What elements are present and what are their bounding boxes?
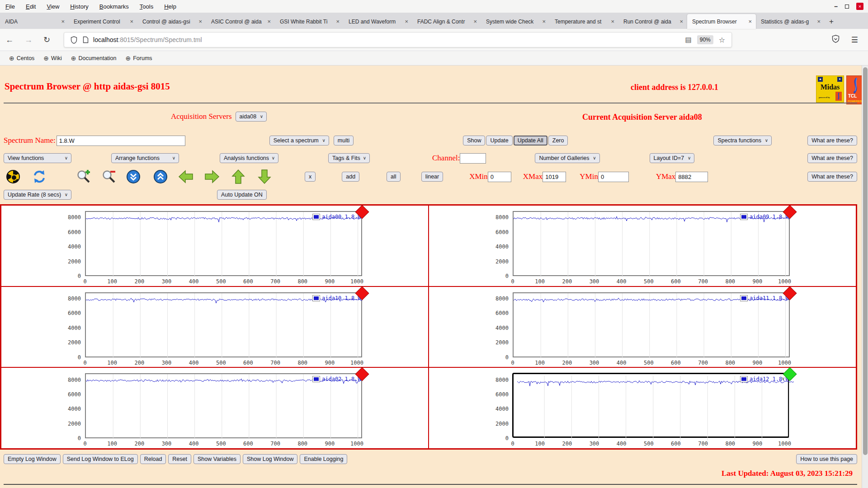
tab-asic-control-aida[interactable]: ASIC Control @ aida× [206,14,275,29]
update-button[interactable]: Update [486,136,512,145]
spectrum-panel[interactable]: 0200040006000800001002003004005006007008… [429,205,856,286]
close-tab-icon[interactable]: × [541,18,547,25]
linear-button[interactable]: linear [421,172,443,182]
scroll-down-icon[interactable] [126,169,141,184]
left-arrow-icon[interactable] [178,169,193,184]
what-are-these-button-3[interactable]: What are these? [807,172,857,182]
tab-temperature-and-st[interactable]: Temperature and st× [550,14,618,29]
add-button[interactable]: add [342,172,359,182]
bookmark-wiki[interactable]: ⊕Wiki [39,55,66,62]
url-bar[interactable]: localhost:8015/Spectrum/Spectrum.tml ▤ 9… [64,32,732,47]
new-tab-button[interactable]: + [825,14,838,29]
tags-fits-dropdown[interactable]: Tags & Fits [328,153,370,163]
tab-led-and-waveform[interactable]: LED and Waveform× [344,14,412,29]
channel-input[interactable] [460,153,486,164]
arrange-functions-dropdown[interactable]: Arrange functions [111,153,179,163]
zoom-out-icon[interactable] [101,169,117,184]
page-scrollbar[interactable] [862,66,868,488]
tab-fadc-align-contr[interactable]: FADC Align & Contr× [412,14,481,29]
all-button[interactable]: all [387,172,401,182]
zero-button[interactable]: Zero [548,136,568,145]
spectrum-panel[interactable]: 0200040006000800001002003004005006007008… [429,286,856,368]
bookmark-centos[interactable]: ⊕Centos [5,55,39,62]
scroll-up-icon[interactable] [153,169,168,184]
x-button[interactable]: x [305,172,316,182]
reader-mode-icon[interactable]: ▤ [685,36,692,44]
close-tab-icon[interactable]: × [266,18,272,25]
acquisition-server-select[interactable]: aida08 [236,112,267,122]
spectrum-panel[interactable]: 0200040006000800001002003004005006007008… [1,205,429,286]
tab-run-control-aida[interactable]: Run Control @ aida× [618,14,687,29]
tab-spectrum-browser[interactable]: Spectrum Browser× [687,14,756,29]
menu-bookmarks[interactable]: Bookmarks [94,3,134,10]
maximize-icon[interactable] [845,5,849,9]
menu-edit[interactable]: Edit [20,3,41,10]
scrollbar-thumb[interactable] [863,67,868,455]
forward-icon[interactable]: → [19,35,38,45]
update-rate-dropdown[interactable]: Update Rate (8 secs) [4,190,71,200]
spectrum-plot[interactable] [513,292,790,357]
layout-id-dropdown[interactable]: Layout ID=7 [650,153,695,163]
ymax-input[interactable] [675,172,708,182]
spectrum-panel[interactable]: 0200040006000800001002003004005006007008… [429,367,856,449]
what-are-these-button-2[interactable]: What are these? [807,153,857,163]
menu-file[interactable]: File [0,3,20,10]
menu-help[interactable]: Help [159,3,182,10]
enable-logging-button[interactable]: Enable Logging [300,454,347,464]
spectra-functions-dropdown[interactable]: Spectra functions [713,136,772,145]
tab-system-wide-check[interactable]: System wide Check× [481,14,550,29]
tcl-powered-logo[interactable]: TCL POWERED [846,75,863,104]
update-all-button[interactable]: Update All [514,136,547,145]
spectrum-plot[interactable] [85,373,362,438]
bookmark-documentation[interactable]: ⊕Documentation [66,55,121,62]
reload-button[interactable]: Reload [140,454,166,464]
close-tab-icon[interactable]: × [335,18,341,25]
select-spectrum-dropdown[interactable]: Select a spectrum [269,136,329,145]
spectrum-panel[interactable]: 0200040006000800001002003004005006007008… [1,286,429,368]
spectrum-panel[interactable]: 0200040006000800001002003004005006007008… [1,367,429,449]
shield-icon[interactable] [71,36,77,44]
spectrum-name-input[interactable] [57,136,185,146]
close-tab-icon[interactable]: × [60,18,66,25]
auto-update-button[interactable]: Auto Update ON [217,190,267,200]
radiation-icon[interactable] [5,169,21,184]
menu-hamburger-icon[interactable]: ☰ [851,35,858,45]
reload-icon[interactable]: ↻ [38,35,56,45]
tab-control-aidas-gsi[interactable]: Control @ aidas-gsi× [137,14,206,29]
view-functions-dropdown[interactable]: View functions [4,153,71,163]
how-to-use-button[interactable]: How to use this page [796,454,857,464]
bookmark-star-icon[interactable]: ☆ [719,36,725,44]
reset-button[interactable]: Reset [168,454,191,464]
menu-history[interactable]: History [65,3,94,10]
close-tab-icon[interactable]: × [816,18,822,25]
spectrum-plot[interactable] [512,373,789,438]
page-icon[interactable] [83,36,89,43]
show-variables-button[interactable]: Show Variables [193,454,241,464]
up-arrow-icon[interactable] [231,169,246,184]
multi-button[interactable]: multi [334,136,354,145]
what-are-these-button-1[interactable]: What are these? [807,136,857,145]
spectrum-plot[interactable] [85,211,362,276]
xmax-input[interactable] [542,172,566,182]
right-arrow-icon[interactable] [204,169,220,184]
close-tab-icon[interactable]: × [678,18,684,25]
close-tab-icon[interactable]: × [472,18,478,25]
close-tab-icon[interactable]: × [403,18,410,25]
menu-tools[interactable]: Tools [134,3,159,10]
close-tab-icon[interactable]: × [747,18,753,25]
close-tab-icon[interactable]: × [197,18,203,25]
tab-statistics-aidas-g[interactable]: Statistics @ aidas-g× [756,14,825,29]
close-tab-icon[interactable]: × [609,18,616,25]
xmin-input[interactable] [488,172,511,182]
spectrum-plot[interactable] [85,292,362,357]
close-icon[interactable]: × [856,3,863,10]
number-of-galleries-dropdown[interactable]: Number of Galleries [535,153,599,163]
tab-experiment-control[interactable]: Experiment Control× [69,14,137,29]
bookmark-forums[interactable]: ⊕Forums [121,55,157,62]
back-icon[interactable]: ← [0,35,19,45]
close-tab-icon[interactable]: × [128,18,135,25]
tab-aida[interactable]: AIDA× [0,14,69,29]
down-arrow-icon[interactable] [257,169,272,184]
analysis-functions-dropdown[interactable]: Analysis functions [220,153,278,163]
empty-log-window-button[interactable]: Empty Log Window [4,454,61,464]
